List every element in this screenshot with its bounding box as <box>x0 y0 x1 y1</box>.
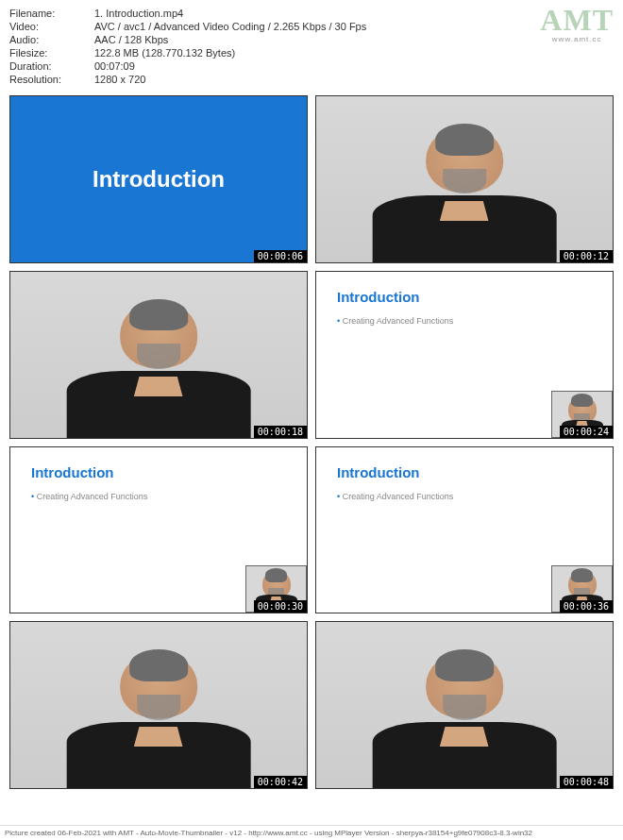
slide-heading: Introduction <box>337 464 592 480</box>
filename-value: 1. Introduction.mp4 <box>94 8 614 19</box>
timestamp-badge: 00:00:36 <box>560 600 613 613</box>
presenter-frame <box>316 622 613 788</box>
slide-bullet: Creating Advanced Functions <box>31 492 286 501</box>
timestamp-badge: 00:00:42 <box>254 776 307 788</box>
slide-bullet: Creating Advanced Functions <box>337 492 592 501</box>
slide-frame: Introduction Creating Advanced Functions <box>316 447 613 613</box>
duration-value: 00:07:09 <box>94 60 614 72</box>
thumbnail[interactable]: 00:00:18 <box>9 271 308 439</box>
thumbnail[interactable]: Introduction00:00:06 <box>9 95 308 263</box>
thumbnail[interactable]: 00:00:42 <box>9 621 308 789</box>
presenter-frame <box>10 272 307 438</box>
audio-value: AAC / 128 Kbps <box>94 34 614 45</box>
video-label: Video: <box>9 21 94 32</box>
timestamp-badge: 00:00:12 <box>560 250 613 262</box>
presenter-frame <box>10 622 307 788</box>
logo-text: AMT <box>540 5 614 35</box>
video-value: AVC / avc1 / Advanced Video Coding / 2.2… <box>94 21 614 32</box>
thumbnail-grid: Introduction00:00:0600:00:1200:00:18 Int… <box>0 91 623 794</box>
thumbnail[interactable]: Introduction Creating Advanced Functions… <box>315 446 614 614</box>
thumbnail[interactable]: 00:00:48 <box>315 621 614 789</box>
thumbnail[interactable]: Introduction Creating Advanced Functions… <box>9 446 308 614</box>
audio-label: Audio: <box>9 34 94 45</box>
metadata-panel: Filename:1. Introduction.mp4 Video:AVC /… <box>0 0 623 91</box>
filesize-value: 122.8 MB (128.770.132 Bytes) <box>94 47 614 59</box>
timestamp-badge: 00:00:18 <box>254 426 307 438</box>
resolution-label: Resolution: <box>9 74 94 85</box>
timestamp-badge: 00:00:48 <box>560 776 613 788</box>
thumbnail[interactable]: 00:00:12 <box>315 95 614 263</box>
resolution-value: 1280 x 720 <box>94 74 614 85</box>
slide-frame: Introduction Creating Advanced Functions <box>10 447 307 613</box>
duration-label: Duration: <box>9 60 94 72</box>
footer-text: Picture created 06-Feb-2021 with AMT - A… <box>0 825 623 840</box>
slide-title: Introduction <box>93 166 225 193</box>
filename-label: Filename: <box>9 8 94 19</box>
thumbnail[interactable]: Introduction Creating Advanced Functions… <box>315 271 614 439</box>
timestamp-badge: 00:00:24 <box>560 426 613 438</box>
amt-logo: AMT www.amt.cc <box>540 5 614 43</box>
timestamp-badge: 00:00:30 <box>254 600 307 613</box>
slide-heading: Introduction <box>31 464 286 480</box>
slide-bullet: Creating Advanced Functions <box>337 316 592 326</box>
slide-frame: Introduction Creating Advanced Functions <box>316 272 613 438</box>
slide-heading: Introduction <box>337 289 592 305</box>
presenter-frame <box>316 96 613 262</box>
filesize-label: Filesize: <box>9 47 94 59</box>
timestamp-badge: 00:00:06 <box>254 250 307 262</box>
